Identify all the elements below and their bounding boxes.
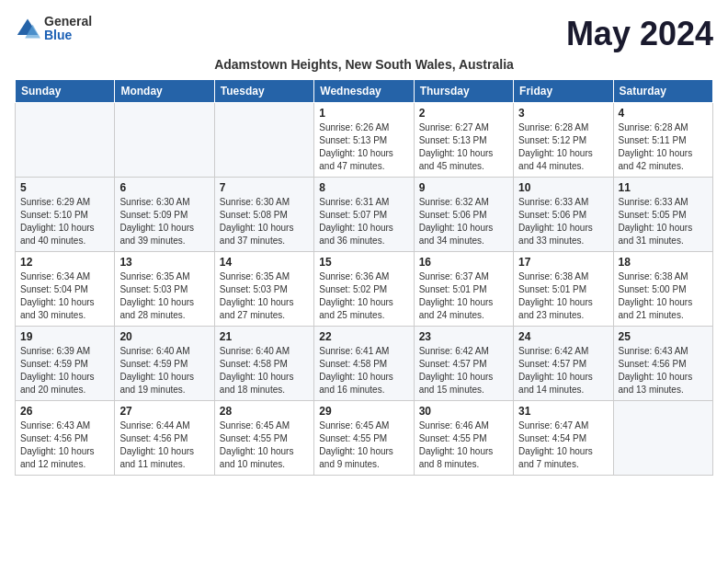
table-row: 24Sunrise: 6:42 AM Sunset: 4:57 PM Dayli…: [514, 327, 613, 401]
day-number: 27: [119, 405, 209, 418]
table-row: 11Sunrise: 6:33 AM Sunset: 5:05 PM Dayli…: [613, 178, 712, 252]
day-number: 10: [518, 181, 608, 194]
day-info: Sunrise: 6:38 AM Sunset: 5:00 PM Dayligh…: [619, 270, 708, 322]
table-row: 5Sunrise: 6:29 AM Sunset: 5:10 PM Daylig…: [16, 178, 115, 252]
day-info: Sunrise: 6:33 AM Sunset: 5:06 PM Dayligh…: [518, 196, 608, 247]
day-info: Sunrise: 6:33 AM Sunset: 5:05 PM Dayligh…: [619, 196, 708, 247]
col-saturday: Saturday: [613, 80, 712, 103]
day-info: Sunrise: 6:26 AM Sunset: 5:13 PM Dayligh…: [319, 121, 408, 173]
day-info: Sunrise: 6:43 AM Sunset: 4:56 PM Dayligh…: [20, 419, 109, 471]
day-number: 30: [419, 405, 508, 418]
day-info: Sunrise: 6:44 AM Sunset: 4:56 PM Dayligh…: [119, 419, 209, 471]
day-number: 9: [419, 181, 508, 194]
day-number: 18: [619, 256, 708, 269]
table-row: 25Sunrise: 6:43 AM Sunset: 4:56 PM Dayli…: [613, 327, 712, 401]
table-row: 3Sunrise: 6:28 AM Sunset: 5:12 PM Daylig…: [514, 103, 613, 178]
day-info: Sunrise: 6:31 AM Sunset: 5:07 PM Dayligh…: [319, 196, 408, 247]
table-row: 17Sunrise: 6:38 AM Sunset: 5:01 PM Dayli…: [514, 252, 613, 327]
day-info: Sunrise: 6:35 AM Sunset: 5:03 PM Dayligh…: [119, 270, 209, 322]
day-info: Sunrise: 6:47 AM Sunset: 4:54 PM Dayligh…: [518, 419, 608, 471]
day-info: Sunrise: 6:41 AM Sunset: 4:58 PM Dayligh…: [319, 345, 408, 396]
table-row: 29Sunrise: 6:45 AM Sunset: 4:55 PM Dayli…: [314, 401, 414, 476]
table-row: [613, 401, 712, 476]
table-row: 22Sunrise: 6:41 AM Sunset: 4:58 PM Dayli…: [314, 327, 414, 401]
table-row: 14Sunrise: 6:35 AM Sunset: 5:03 PM Dayli…: [214, 252, 313, 327]
logo-general-text: General: [44, 15, 92, 29]
day-number: 19: [20, 330, 109, 343]
day-info: Sunrise: 6:40 AM Sunset: 4:59 PM Dayligh…: [119, 345, 209, 396]
table-row: 28Sunrise: 6:45 AM Sunset: 4:55 PM Dayli…: [214, 401, 313, 476]
day-number: 13: [119, 256, 209, 269]
logo-icon: [15, 16, 40, 41]
day-number: 28: [220, 405, 309, 418]
day-number: 26: [20, 405, 109, 418]
day-info: Sunrise: 6:28 AM Sunset: 5:12 PM Dayligh…: [518, 121, 608, 173]
day-info: Sunrise: 6:28 AM Sunset: 5:11 PM Dayligh…: [619, 121, 708, 173]
table-row: 8Sunrise: 6:31 AM Sunset: 5:07 PM Daylig…: [314, 178, 414, 252]
table-row: 6Sunrise: 6:30 AM Sunset: 5:09 PM Daylig…: [115, 178, 214, 252]
day-info: Sunrise: 6:42 AM Sunset: 4:57 PM Dayligh…: [518, 345, 608, 396]
table-row: 19Sunrise: 6:39 AM Sunset: 4:59 PM Dayli…: [16, 327, 115, 401]
table-row: 23Sunrise: 6:42 AM Sunset: 4:57 PM Dayli…: [414, 327, 513, 401]
col-sunday: Sunday: [16, 80, 115, 103]
day-number: 23: [419, 330, 508, 343]
table-row: 27Sunrise: 6:44 AM Sunset: 4:56 PM Dayli…: [115, 401, 214, 476]
calendar-week-row: 1Sunrise: 6:26 AM Sunset: 5:13 PM Daylig…: [16, 103, 713, 178]
day-number: 21: [220, 330, 309, 343]
day-info: Sunrise: 6:42 AM Sunset: 4:57 PM Dayligh…: [419, 345, 508, 396]
day-number: 22: [319, 330, 408, 343]
table-row: 20Sunrise: 6:40 AM Sunset: 4:59 PM Dayli…: [115, 327, 214, 401]
col-wednesday: Wednesday: [314, 80, 414, 103]
day-info: Sunrise: 6:45 AM Sunset: 4:55 PM Dayligh…: [220, 419, 309, 471]
day-number: 16: [419, 256, 508, 269]
table-row: 15Sunrise: 6:36 AM Sunset: 5:02 PM Dayli…: [314, 252, 414, 327]
table-row: 21Sunrise: 6:40 AM Sunset: 4:58 PM Dayli…: [214, 327, 313, 401]
col-friday: Friday: [514, 80, 613, 103]
day-number: 17: [518, 256, 608, 269]
calendar-week-row: 5Sunrise: 6:29 AM Sunset: 5:10 PM Daylig…: [16, 178, 713, 252]
day-info: Sunrise: 6:30 AM Sunset: 5:09 PM Dayligh…: [119, 196, 209, 247]
table-row: 4Sunrise: 6:28 AM Sunset: 5:11 PM Daylig…: [613, 103, 712, 178]
table-row: 10Sunrise: 6:33 AM Sunset: 5:06 PM Dayli…: [514, 178, 613, 252]
day-info: Sunrise: 6:29 AM Sunset: 5:10 PM Dayligh…: [20, 196, 109, 247]
table-row: 26Sunrise: 6:43 AM Sunset: 4:56 PM Dayli…: [16, 401, 115, 476]
table-row: [16, 103, 115, 178]
table-row: 9Sunrise: 6:32 AM Sunset: 5:06 PM Daylig…: [414, 178, 513, 252]
day-info: Sunrise: 6:34 AM Sunset: 5:04 PM Dayligh…: [20, 270, 109, 322]
day-number: 12: [20, 256, 109, 269]
table-row: 7Sunrise: 6:30 AM Sunset: 5:08 PM Daylig…: [214, 178, 313, 252]
calendar-week-row: 19Sunrise: 6:39 AM Sunset: 4:59 PM Dayli…: [16, 327, 713, 401]
day-number: 2: [419, 107, 508, 120]
day-info: Sunrise: 6:46 AM Sunset: 4:55 PM Dayligh…: [419, 419, 508, 471]
day-info: Sunrise: 6:37 AM Sunset: 5:01 PM Dayligh…: [419, 270, 508, 322]
day-info: Sunrise: 6:30 AM Sunset: 5:08 PM Dayligh…: [220, 196, 309, 247]
day-info: Sunrise: 6:39 AM Sunset: 4:59 PM Dayligh…: [20, 345, 109, 396]
calendar-table: Sunday Monday Tuesday Wednesday Thursday…: [15, 79, 713, 476]
day-info: Sunrise: 6:38 AM Sunset: 5:01 PM Dayligh…: [518, 270, 608, 322]
day-number: 6: [119, 181, 209, 194]
day-info: Sunrise: 6:35 AM Sunset: 5:03 PM Dayligh…: [220, 270, 309, 322]
table-row: 30Sunrise: 6:46 AM Sunset: 4:55 PM Dayli…: [414, 401, 513, 476]
col-tuesday: Tuesday: [214, 80, 313, 103]
day-number: 7: [220, 181, 309, 194]
table-row: 31Sunrise: 6:47 AM Sunset: 4:54 PM Dayli…: [514, 401, 613, 476]
day-number: 5: [20, 181, 109, 194]
subtitle: Adamstown Heights, New South Wales, Aust…: [15, 57, 713, 72]
table-row: 16Sunrise: 6:37 AM Sunset: 5:01 PM Dayli…: [414, 252, 513, 327]
day-info: Sunrise: 6:43 AM Sunset: 4:56 PM Dayligh…: [619, 345, 708, 396]
table-row: 1Sunrise: 6:26 AM Sunset: 5:13 PM Daylig…: [314, 103, 414, 178]
month-title: May 2024: [566, 15, 713, 53]
day-number: 8: [319, 181, 408, 194]
day-number: 14: [220, 256, 309, 269]
day-info: Sunrise: 6:36 AM Sunset: 5:02 PM Dayligh…: [319, 270, 408, 322]
day-number: 20: [119, 330, 209, 343]
day-number: 24: [518, 330, 608, 343]
day-number: 4: [619, 107, 708, 120]
table-row: 18Sunrise: 6:38 AM Sunset: 5:00 PM Dayli…: [613, 252, 712, 327]
day-info: Sunrise: 6:27 AM Sunset: 5:13 PM Dayligh…: [419, 121, 508, 173]
col-monday: Monday: [115, 80, 214, 103]
calendar-week-row: 12Sunrise: 6:34 AM Sunset: 5:04 PM Dayli…: [16, 252, 713, 327]
day-info: Sunrise: 6:45 AM Sunset: 4:55 PM Dayligh…: [319, 419, 408, 471]
day-number: 25: [619, 330, 708, 343]
day-number: 31: [518, 405, 608, 418]
